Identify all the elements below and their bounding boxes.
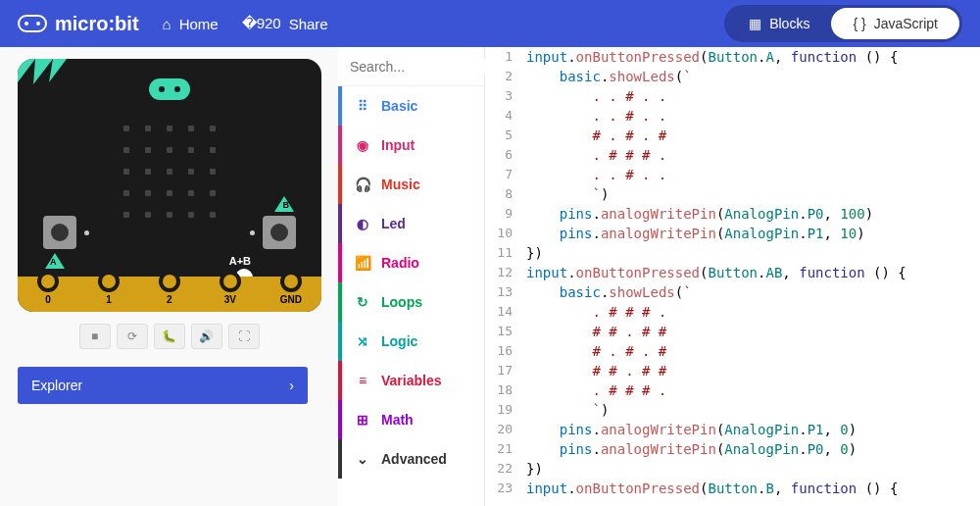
code-line[interactable]: 17 # # . # # <box>485 361 980 380</box>
debug-button[interactable]: 🐛 <box>154 324 185 349</box>
code-line[interactable]: 13 basic.showLeds(` <box>485 282 980 302</box>
line-content: . . # . . <box>520 106 666 126</box>
line-number: 6 <box>485 145 520 165</box>
pin-1[interactable]: 1 <box>98 278 120 305</box>
pin-GND[interactable]: GND <box>280 278 302 305</box>
code-line[interactable]: 12input.onButtonPressed(Button.AB, funct… <box>485 263 980 282</box>
category-icon: ⠿ <box>354 98 371 114</box>
code-line[interactable]: 21 pins.analogWritePin(AnalogPin.P0, 0) <box>485 439 980 459</box>
code-line[interactable]: 16 # . # . # <box>485 341 980 361</box>
sound-button[interactable]: 🔊 <box>191 324 222 349</box>
js-icon: { } <box>853 16 865 31</box>
category-loops[interactable]: ↻Loops <box>338 282 484 322</box>
line-number: 16 <box>485 341 520 361</box>
code-line[interactable]: 19 `) <box>485 400 980 420</box>
code-line[interactable]: 11}) <box>485 243 980 263</box>
code-line[interactable]: 3 . . # . . <box>485 86 980 106</box>
category-advanced[interactable]: ⌄Advanced <box>338 439 484 479</box>
code-line[interactable]: 6 . # # # . <box>485 145 980 165</box>
code-line[interactable]: 8 `) <box>485 184 980 204</box>
home-nav[interactable]: ⌂ Home <box>163 16 219 32</box>
share-nav[interactable]: �920 Share <box>242 15 328 32</box>
category-label: Math <box>381 412 414 428</box>
line-content: `) <box>520 400 609 420</box>
line-content: . . # . . <box>520 86 666 106</box>
category-label: Input <box>381 137 415 153</box>
code-line[interactable]: 23input.onButtonPressed(Button.B, functi… <box>485 479 980 498</box>
line-number: 10 <box>485 224 520 243</box>
line-content: `) <box>520 184 609 204</box>
logo-icon <box>18 15 47 32</box>
pin-2[interactable]: 2 <box>159 278 180 305</box>
code-line[interactable]: 10 pins.analogWritePin(AnalogPin.P1, 10) <box>485 224 980 243</box>
category-label: Advanced <box>381 451 447 467</box>
home-label: Home <box>179 16 219 32</box>
category-icon: ◐ <box>354 216 371 231</box>
line-content: pins.analogWritePin(AnalogPin.P1, 0) <box>520 420 857 439</box>
line-number: 19 <box>485 400 520 420</box>
microbit-simulator[interactable]: A B A+B 0123VGND <box>18 59 321 312</box>
line-number: 15 <box>485 322 520 341</box>
explorer-button[interactable]: Explorer › <box>18 367 308 404</box>
category-icon: ⌄ <box>354 451 371 467</box>
code-line[interactable]: 22}) <box>485 459 980 479</box>
share-label: Share <box>289 16 328 32</box>
category-icon: ⊞ <box>354 412 371 428</box>
line-content: # . # . # <box>520 341 666 361</box>
category-math[interactable]: ⊞Math <box>338 400 484 439</box>
line-number: 5 <box>485 126 520 145</box>
line-content: input.onButtonPressed(Button.AB, functio… <box>520 263 906 282</box>
category-icon: ↻ <box>354 294 371 310</box>
code-line[interactable]: 1input.onButtonPressed(Button.A, functio… <box>485 47 980 67</box>
line-number: 21 <box>485 439 520 459</box>
category-variables[interactable]: ≡Variables <box>338 361 484 400</box>
code-line[interactable]: 4 . . # . . <box>485 106 980 126</box>
edge-connector: 0123VGND <box>18 277 321 312</box>
led-matrix[interactable] <box>123 126 216 218</box>
line-content: input.onButtonPressed(Button.B, function… <box>520 479 898 498</box>
code-line[interactable]: 9 pins.analogWritePin(AnalogPin.P0, 100) <box>485 204 980 224</box>
line-number: 23 <box>485 479 520 498</box>
category-logic[interactable]: ⤭Logic <box>338 322 484 361</box>
line-content: pins.analogWritePin(AnalogPin.P0, 100) <box>520 204 873 224</box>
svg-marker-2 <box>49 59 67 82</box>
pin-0[interactable]: 0 <box>37 278 59 305</box>
category-music[interactable]: 🎧Music <box>338 165 484 204</box>
category-icon: ◉ <box>354 137 371 153</box>
category-basic[interactable]: ⠿Basic <box>338 86 484 126</box>
logo[interactable]: micro:bit <box>18 13 139 35</box>
corner-accent <box>18 59 67 98</box>
category-led[interactable]: ◐Led <box>338 204 484 243</box>
fullscreen-button[interactable]: ⛶ <box>228 324 260 349</box>
search-box: 🔍 <box>338 47 484 86</box>
button-a[interactable] <box>43 216 76 249</box>
code-line[interactable]: 20 pins.analogWritePin(AnalogPin.P1, 0) <box>485 420 980 439</box>
refresh-button[interactable]: ⟳ <box>117 324 148 349</box>
code-line[interactable]: 18 . # # # . <box>485 380 980 400</box>
category-input[interactable]: ◉Input <box>338 126 484 165</box>
code-editor[interactable]: 1input.onButtonPressed(Button.A, functio… <box>485 47 980 506</box>
line-content: }) <box>520 459 543 479</box>
category-label: Radio <box>381 255 419 271</box>
category-radio[interactable]: 📶Radio <box>338 243 484 282</box>
code-line[interactable]: 14 . # # # . <box>485 302 980 322</box>
code-line[interactable]: 2 basic.showLeds(` <box>485 67 980 86</box>
code-line[interactable]: 15 # # . # # <box>485 322 980 341</box>
line-number: 2 <box>485 67 520 86</box>
javascript-toggle[interactable]: { } JavaScript <box>831 8 959 39</box>
button-b[interactable] <box>263 216 296 249</box>
category-label: Music <box>381 177 420 192</box>
line-number: 8 <box>485 184 520 204</box>
js-label: JavaScript <box>874 16 938 31</box>
line-number: 12 <box>485 263 520 282</box>
category-label: Variables <box>381 373 442 388</box>
code-line[interactable]: 5 # . # . # <box>485 126 980 145</box>
category-icon: ≡ <box>354 373 371 388</box>
code-line[interactable]: 7 . . # . . <box>485 165 980 184</box>
pin-3V[interactable]: 3V <box>220 278 241 305</box>
blocks-toggle[interactable]: ▦ Blocks <box>727 8 831 39</box>
category-icon: ⤭ <box>354 333 371 349</box>
stop-button[interactable]: ■ <box>79 324 111 349</box>
line-number: 22 <box>485 459 520 479</box>
home-icon: ⌂ <box>163 16 172 32</box>
